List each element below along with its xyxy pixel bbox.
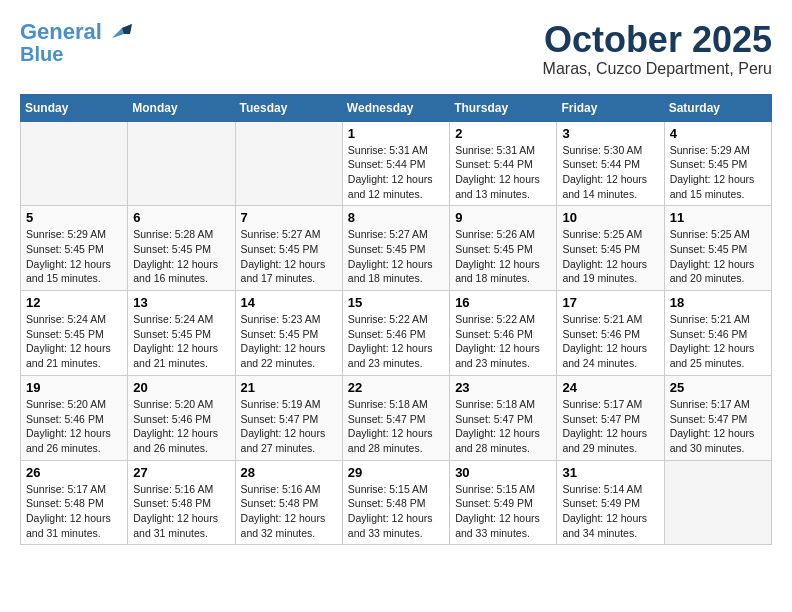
day-info: Sunrise: 5:17 AM Sunset: 5:47 PM Dayligh… bbox=[670, 397, 766, 456]
calendar-cell: 9Sunrise: 5:26 AM Sunset: 5:45 PM Daylig… bbox=[450, 206, 557, 291]
day-info: Sunrise: 5:31 AM Sunset: 5:44 PM Dayligh… bbox=[455, 143, 551, 202]
day-number: 30 bbox=[455, 465, 551, 480]
calendar-cell: 24Sunrise: 5:17 AM Sunset: 5:47 PM Dayli… bbox=[557, 375, 664, 460]
day-info: Sunrise: 5:20 AM Sunset: 5:46 PM Dayligh… bbox=[133, 397, 229, 456]
calendar-cell: 14Sunrise: 5:23 AM Sunset: 5:45 PM Dayli… bbox=[235, 291, 342, 376]
location-title: Maras, Cuzco Department, Peru bbox=[543, 60, 772, 78]
calendar-cell: 5Sunrise: 5:29 AM Sunset: 5:45 PM Daylig… bbox=[21, 206, 128, 291]
day-number: 17 bbox=[562, 295, 658, 310]
day-number: 26 bbox=[26, 465, 122, 480]
month-title: October 2025 bbox=[543, 20, 772, 60]
logo-bird-icon bbox=[102, 20, 138, 44]
day-number: 31 bbox=[562, 465, 658, 480]
weekday-header-wednesday: Wednesday bbox=[342, 94, 449, 121]
calendar-week-row: 12Sunrise: 5:24 AM Sunset: 5:45 PM Dayli… bbox=[21, 291, 772, 376]
day-number: 4 bbox=[670, 126, 766, 141]
weekday-header-monday: Monday bbox=[128, 94, 235, 121]
calendar-cell: 12Sunrise: 5:24 AM Sunset: 5:45 PM Dayli… bbox=[21, 291, 128, 376]
day-info: Sunrise: 5:30 AM Sunset: 5:44 PM Dayligh… bbox=[562, 143, 658, 202]
day-info: Sunrise: 5:17 AM Sunset: 5:47 PM Dayligh… bbox=[562, 397, 658, 456]
calendar-cell: 6Sunrise: 5:28 AM Sunset: 5:45 PM Daylig… bbox=[128, 206, 235, 291]
day-number: 23 bbox=[455, 380, 551, 395]
day-number: 3 bbox=[562, 126, 658, 141]
calendar-cell: 28Sunrise: 5:16 AM Sunset: 5:48 PM Dayli… bbox=[235, 460, 342, 545]
day-info: Sunrise: 5:15 AM Sunset: 5:48 PM Dayligh… bbox=[348, 482, 444, 541]
calendar-week-row: 26Sunrise: 5:17 AM Sunset: 5:48 PM Dayli… bbox=[21, 460, 772, 545]
day-info: Sunrise: 5:26 AM Sunset: 5:45 PM Dayligh… bbox=[455, 227, 551, 286]
day-number: 27 bbox=[133, 465, 229, 480]
calendar-cell bbox=[128, 121, 235, 206]
day-info: Sunrise: 5:20 AM Sunset: 5:46 PM Dayligh… bbox=[26, 397, 122, 456]
day-info: Sunrise: 5:27 AM Sunset: 5:45 PM Dayligh… bbox=[348, 227, 444, 286]
calendar-table: SundayMondayTuesdayWednesdayThursdayFrid… bbox=[20, 94, 772, 546]
weekday-header-row: SundayMondayTuesdayWednesdayThursdayFrid… bbox=[21, 94, 772, 121]
calendar-body: 1Sunrise: 5:31 AM Sunset: 5:44 PM Daylig… bbox=[21, 121, 772, 545]
calendar-cell: 11Sunrise: 5:25 AM Sunset: 5:45 PM Dayli… bbox=[664, 206, 771, 291]
day-number: 29 bbox=[348, 465, 444, 480]
calendar-cell: 18Sunrise: 5:21 AM Sunset: 5:46 PM Dayli… bbox=[664, 291, 771, 376]
day-info: Sunrise: 5:31 AM Sunset: 5:44 PM Dayligh… bbox=[348, 143, 444, 202]
day-info: Sunrise: 5:18 AM Sunset: 5:47 PM Dayligh… bbox=[455, 397, 551, 456]
calendar-cell: 1Sunrise: 5:31 AM Sunset: 5:44 PM Daylig… bbox=[342, 121, 449, 206]
day-info: Sunrise: 5:25 AM Sunset: 5:45 PM Dayligh… bbox=[562, 227, 658, 286]
day-number: 13 bbox=[133, 295, 229, 310]
calendar-cell: 25Sunrise: 5:17 AM Sunset: 5:47 PM Dayli… bbox=[664, 375, 771, 460]
calendar-cell: 16Sunrise: 5:22 AM Sunset: 5:46 PM Dayli… bbox=[450, 291, 557, 376]
calendar-cell: 30Sunrise: 5:15 AM Sunset: 5:49 PM Dayli… bbox=[450, 460, 557, 545]
calendar-cell: 31Sunrise: 5:14 AM Sunset: 5:49 PM Dayli… bbox=[557, 460, 664, 545]
day-number: 2 bbox=[455, 126, 551, 141]
day-number: 19 bbox=[26, 380, 122, 395]
logo: General Blue bbox=[20, 20, 138, 64]
day-number: 5 bbox=[26, 210, 122, 225]
svg-marker-1 bbox=[122, 24, 132, 34]
day-info: Sunrise: 5:19 AM Sunset: 5:47 PM Dayligh… bbox=[241, 397, 337, 456]
day-info: Sunrise: 5:22 AM Sunset: 5:46 PM Dayligh… bbox=[455, 312, 551, 371]
calendar-cell: 22Sunrise: 5:18 AM Sunset: 5:47 PM Dayli… bbox=[342, 375, 449, 460]
calendar-cell: 15Sunrise: 5:22 AM Sunset: 5:46 PM Dayli… bbox=[342, 291, 449, 376]
day-number: 8 bbox=[348, 210, 444, 225]
calendar-cell: 4Sunrise: 5:29 AM Sunset: 5:45 PM Daylig… bbox=[664, 121, 771, 206]
day-number: 14 bbox=[241, 295, 337, 310]
calendar-cell: 2Sunrise: 5:31 AM Sunset: 5:44 PM Daylig… bbox=[450, 121, 557, 206]
weekday-header-thursday: Thursday bbox=[450, 94, 557, 121]
day-number: 10 bbox=[562, 210, 658, 225]
day-number: 22 bbox=[348, 380, 444, 395]
day-info: Sunrise: 5:22 AM Sunset: 5:46 PM Dayligh… bbox=[348, 312, 444, 371]
day-number: 25 bbox=[670, 380, 766, 395]
calendar-cell: 26Sunrise: 5:17 AM Sunset: 5:48 PM Dayli… bbox=[21, 460, 128, 545]
calendar-cell bbox=[664, 460, 771, 545]
calendar-cell: 23Sunrise: 5:18 AM Sunset: 5:47 PM Dayli… bbox=[450, 375, 557, 460]
day-info: Sunrise: 5:23 AM Sunset: 5:45 PM Dayligh… bbox=[241, 312, 337, 371]
day-number: 18 bbox=[670, 295, 766, 310]
day-info: Sunrise: 5:24 AM Sunset: 5:45 PM Dayligh… bbox=[133, 312, 229, 371]
weekday-header-tuesday: Tuesday bbox=[235, 94, 342, 121]
calendar-cell bbox=[21, 121, 128, 206]
day-info: Sunrise: 5:25 AM Sunset: 5:45 PM Dayligh… bbox=[670, 227, 766, 286]
day-info: Sunrise: 5:21 AM Sunset: 5:46 PM Dayligh… bbox=[670, 312, 766, 371]
calendar-cell: 20Sunrise: 5:20 AM Sunset: 5:46 PM Dayli… bbox=[128, 375, 235, 460]
page-header: General Blue October 2025 Maras, Cuzco D… bbox=[20, 20, 772, 78]
day-info: Sunrise: 5:24 AM Sunset: 5:45 PM Dayligh… bbox=[26, 312, 122, 371]
logo-blue: Blue bbox=[20, 44, 63, 64]
day-number: 15 bbox=[348, 295, 444, 310]
day-info: Sunrise: 5:27 AM Sunset: 5:45 PM Dayligh… bbox=[241, 227, 337, 286]
logo-text: General bbox=[20, 21, 102, 43]
day-number: 6 bbox=[133, 210, 229, 225]
calendar-cell bbox=[235, 121, 342, 206]
day-number: 16 bbox=[455, 295, 551, 310]
day-info: Sunrise: 5:15 AM Sunset: 5:49 PM Dayligh… bbox=[455, 482, 551, 541]
day-info: Sunrise: 5:29 AM Sunset: 5:45 PM Dayligh… bbox=[670, 143, 766, 202]
day-number: 7 bbox=[241, 210, 337, 225]
day-info: Sunrise: 5:28 AM Sunset: 5:45 PM Dayligh… bbox=[133, 227, 229, 286]
weekday-header-friday: Friday bbox=[557, 94, 664, 121]
day-number: 28 bbox=[241, 465, 337, 480]
calendar-cell: 19Sunrise: 5:20 AM Sunset: 5:46 PM Dayli… bbox=[21, 375, 128, 460]
day-number: 24 bbox=[562, 380, 658, 395]
day-number: 9 bbox=[455, 210, 551, 225]
weekday-header-saturday: Saturday bbox=[664, 94, 771, 121]
calendar-cell: 17Sunrise: 5:21 AM Sunset: 5:46 PM Dayli… bbox=[557, 291, 664, 376]
calendar-week-row: 19Sunrise: 5:20 AM Sunset: 5:46 PM Dayli… bbox=[21, 375, 772, 460]
calendar-cell: 13Sunrise: 5:24 AM Sunset: 5:45 PM Dayli… bbox=[128, 291, 235, 376]
calendar-cell: 8Sunrise: 5:27 AM Sunset: 5:45 PM Daylig… bbox=[342, 206, 449, 291]
calendar-cell: 10Sunrise: 5:25 AM Sunset: 5:45 PM Dayli… bbox=[557, 206, 664, 291]
